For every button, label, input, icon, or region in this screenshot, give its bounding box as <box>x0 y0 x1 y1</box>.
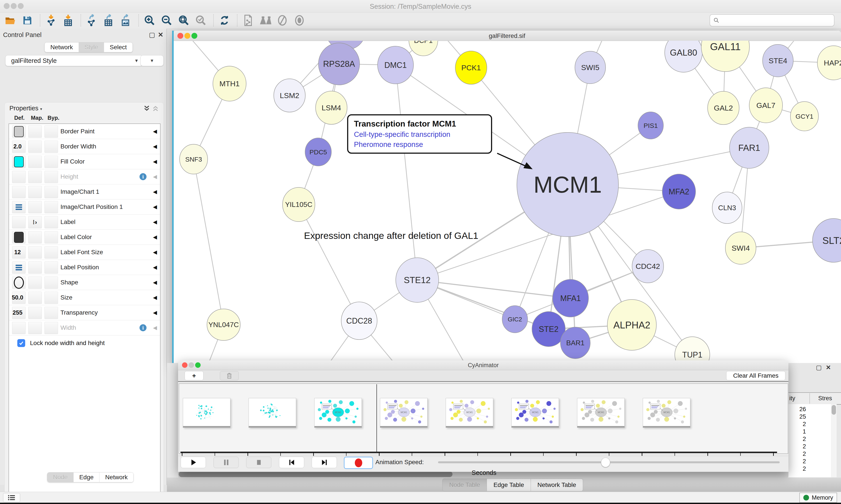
tab-edge[interactable]: Edge <box>73 472 99 482</box>
network-node[interactable]: CLN3 <box>712 192 742 223</box>
cyanimator-titlebar[interactable]: CyAnimator <box>178 360 788 370</box>
lock-checkbox[interactable] <box>17 339 25 347</box>
animation-frame-thumbnail[interactable]: MCM1 <box>512 398 559 428</box>
network-node[interactable]: LSM2 <box>274 79 305 112</box>
panel-splitter[interactable] <box>172 31 174 363</box>
expand-all-icon[interactable] <box>143 105 150 112</box>
default-value-cell[interactable] <box>12 231 25 244</box>
animation-frame-thumbnail[interactable] <box>249 398 296 428</box>
default-value-cell[interactable] <box>12 186 25 198</box>
mapping-cell[interactable] <box>28 292 42 304</box>
style-selector[interactable]: galFiltered Style ▼ <box>5 55 143 66</box>
bypass-cell[interactable] <box>44 156 58 168</box>
animation-speed-slider[interactable] <box>438 461 780 463</box>
network-node[interactable]: PDC5 <box>305 138 332 166</box>
expand-property-icon[interactable]: ◀ <box>153 260 157 275</box>
style-property-row[interactable]: Fill Color◀ <box>9 154 160 169</box>
style-property-row[interactable]: Image/Chart Position 1◀ <box>9 199 160 215</box>
style-property-row[interactable]: 50.0Size◀ <box>9 290 160 305</box>
style-property-row[interactable]: 12Label Font Size◀ <box>9 245 160 260</box>
network-node[interactable]: STE12 <box>396 258 439 302</box>
mapping-cell[interactable] <box>28 171 42 183</box>
expand-property-icon[interactable]: ◀ <box>153 184 157 199</box>
network-node[interactable]: GIC2 <box>502 306 527 333</box>
bypass-cell[interactable] <box>44 307 58 319</box>
expand-property-icon[interactable]: ◀ <box>153 154 157 169</box>
network-node[interactable]: SWI5 <box>575 51 606 84</box>
expand-property-icon[interactable]: ◀ <box>153 124 157 139</box>
zoom-selected-button[interactable] <box>195 14 207 27</box>
close-panel-icon[interactable]: ✕ <box>826 364 831 371</box>
bypass-cell[interactable] <box>44 262 58 274</box>
table-row[interactable]: 26 <box>788 406 806 413</box>
search-box[interactable] <box>710 14 835 26</box>
style-property-row[interactable]: 2.0Border Width◀ <box>9 139 160 154</box>
network-node[interactable]: GAL80 <box>665 41 702 72</box>
tab-edge-table[interactable]: Edge Table <box>487 479 531 491</box>
table-row[interactable]: 1 <box>788 428 806 435</box>
go-to-end-button[interactable] <box>312 457 337 468</box>
table-row[interactable]: 2 <box>788 421 806 428</box>
float-panel-icon[interactable]: ▢ <box>816 364 822 371</box>
tab-node-table[interactable]: Node Table <box>442 479 487 491</box>
network-node[interactable]: SNF3 <box>180 144 208 174</box>
expand-property-icon[interactable]: ◀ <box>153 290 157 305</box>
mapping-cell[interactable] <box>28 125 42 138</box>
mapping-cell[interactable] <box>28 186 42 198</box>
network-text-annotation[interactable]: Expression change after deletion of GAL1 <box>304 230 478 241</box>
animation-frame-thumbnail[interactable]: MCM1 <box>446 398 493 428</box>
tab-select[interactable]: Select <box>104 42 132 52</box>
network-node[interactable]: STE4 <box>763 44 793 77</box>
record-button[interactable] <box>344 457 373 469</box>
default-value-cell[interactable] <box>12 322 25 334</box>
default-value-cell[interactable] <box>12 171 25 183</box>
bypass-cell[interactable] <box>44 216 58 228</box>
annotation-link[interactable]: Cell-type-specific transcription <box>354 130 485 139</box>
save-session-button[interactable] <box>21 14 34 27</box>
style-property-row[interactable]: Label Color◀ <box>9 230 160 245</box>
network-node[interactable]: BAR1 <box>560 327 590 359</box>
animation-frame-thumbnail[interactable]: MCM1 <box>577 398 625 428</box>
style-property-row[interactable]: Heighti◀ <box>9 169 160 184</box>
network-canvas[interactable]: MTH1SNF3LSM2LSM4RPS28ADMC1DCP1PCK1PDC5YI… <box>173 41 841 363</box>
network-node[interactable]: MFA1 <box>553 280 589 317</box>
network-node[interactable]: GAL2 <box>708 91 739 125</box>
add-frame-button[interactable]: + <box>185 371 203 380</box>
table-row[interactable]: 2 <box>788 458 806 465</box>
network-node[interactable]: MCM1 <box>517 132 619 237</box>
import-network-button[interactable] <box>45 14 57 27</box>
style-property-row[interactable]: Label Position◀ <box>9 260 160 275</box>
default-value-cell[interactable] <box>12 216 25 228</box>
zoom-out-button[interactable] <box>160 14 173 27</box>
default-value-cell[interactable] <box>12 276 25 289</box>
expand-property-icon[interactable]: ◀ <box>153 139 157 154</box>
default-value-cell[interactable] <box>12 156 25 168</box>
mapping-cell[interactable] <box>28 276 42 289</box>
expand-property-icon[interactable]: ◀ <box>153 215 157 230</box>
style-property-row[interactable]: Border Paint◀ <box>9 124 160 139</box>
network-node[interactable]: SWI4 <box>726 232 756 264</box>
network-window-titlebar[interactable]: galFiltered.sif <box>173 31 841 41</box>
table-row[interactable]: 2 <box>788 443 806 450</box>
network-node[interactable]: GAL11 <box>701 41 749 72</box>
column-divider[interactable] <box>809 393 810 404</box>
default-value-cell[interactable] <box>12 125 25 138</box>
zoom-fit-button[interactable] <box>177 14 190 27</box>
hide-details-button[interactable] <box>276 14 289 27</box>
bypass-cell[interactable] <box>44 322 58 334</box>
network-node[interactable]: MTH1 <box>213 66 246 101</box>
import-table-button[interactable] <box>62 14 74 27</box>
expand-property-icon[interactable]: ◀ <box>153 305 157 320</box>
table-row[interactable]: 2 <box>788 451 806 457</box>
default-value-cell[interactable] <box>12 201 25 213</box>
network-node[interactable]: ALPHA2 <box>607 300 656 350</box>
bypass-cell[interactable] <box>44 201 58 213</box>
bypass-cell[interactable] <box>44 231 58 244</box>
expand-property-icon[interactable]: ◀ <box>153 275 157 290</box>
expand-property-icon[interactable]: ◀ <box>153 169 157 184</box>
pause-button[interactable] <box>214 457 239 468</box>
style-property-row[interactable]: Shape◀ <box>9 275 160 290</box>
table-scrollbar[interactable] <box>831 404 837 477</box>
network-node[interactable]: YNL047C <box>207 309 240 340</box>
expand-property-icon[interactable]: ◀ <box>153 320 157 335</box>
